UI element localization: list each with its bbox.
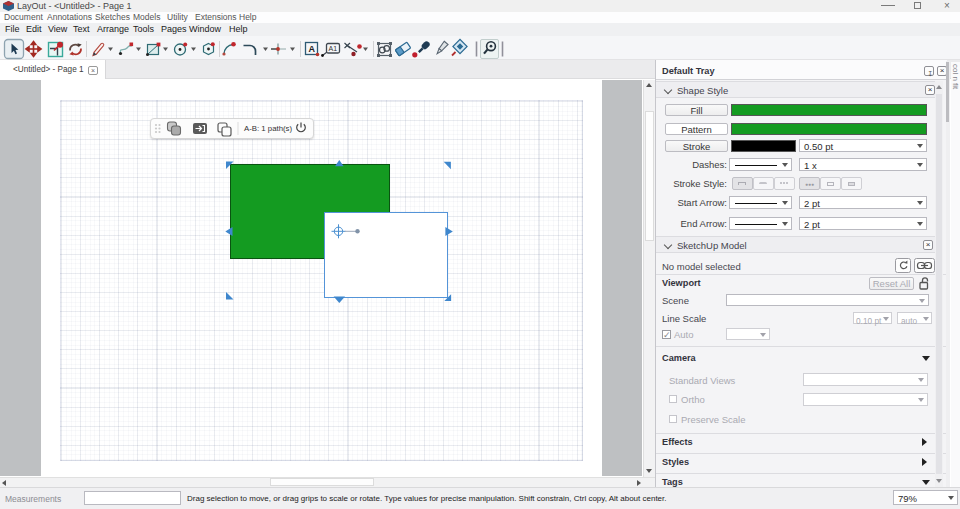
svg-text:A-B: 1 path(s): A-B: 1 path(s)	[244, 124, 293, 133]
svg-text:A1: A1	[329, 45, 338, 52]
svg-text:A: A	[309, 44, 316, 54]
